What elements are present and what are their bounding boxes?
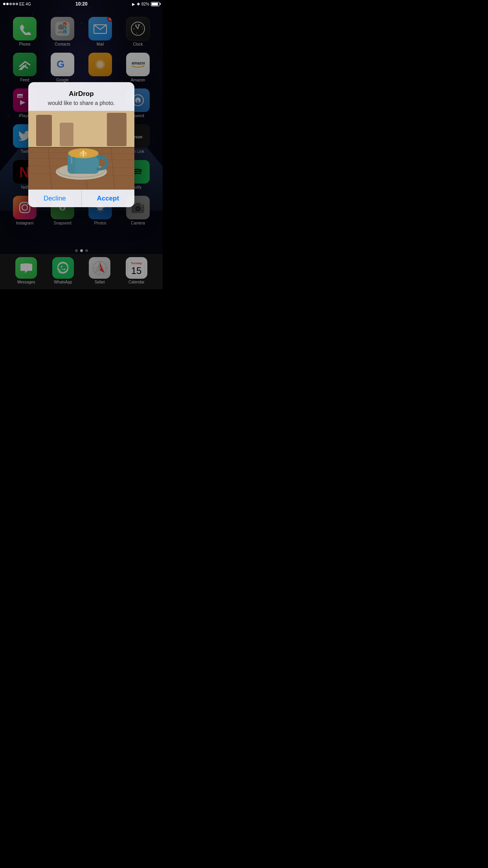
battery-percent: 82%: [141, 2, 149, 6]
modal-header: AirDrop would like to share a photo.: [28, 82, 134, 111]
modal-subtitle: would like to share a photo.: [36, 99, 127, 107]
bluetooth-icon: ✱: [137, 2, 140, 6]
svg-rect-68: [60, 123, 73, 146]
airdrop-modal: AirDrop would like to share a photo.: [28, 82, 134, 208]
modal-title: AirDrop: [36, 90, 127, 98]
accept-button[interactable]: Accept: [82, 190, 135, 207]
signal-dot-1: [3, 3, 6, 5]
time-label: 10:20: [75, 1, 88, 7]
network-type: 4G: [26, 2, 31, 6]
battery-icon: [151, 2, 160, 6]
status-right: ▶ ✱ 82%: [132, 2, 160, 6]
decline-button[interactable]: Decline: [28, 190, 81, 207]
svg-rect-67: [36, 115, 52, 146]
status-bar: EE 4G 10:20 ▶ ✱ 82%: [0, 0, 163, 8]
status-left: EE 4G: [3, 2, 31, 6]
modal-overlay: AirDrop would like to share a photo.: [0, 0, 163, 289]
signal-dot-5: [16, 3, 18, 5]
location-icon: ▶: [132, 2, 135, 6]
battery-fill: [152, 3, 158, 6]
svg-rect-69: [107, 113, 127, 146]
signal-dot-3: [9, 3, 12, 5]
signal-dot-2: [6, 3, 9, 5]
modal-buttons: Decline Accept: [28, 190, 134, 207]
signal-dot-4: [13, 3, 15, 5]
carrier-label: EE: [19, 2, 24, 6]
svg-rect-88: [71, 156, 72, 164]
signal-dots: [3, 3, 18, 5]
airdrop-photo: [28, 111, 134, 189]
